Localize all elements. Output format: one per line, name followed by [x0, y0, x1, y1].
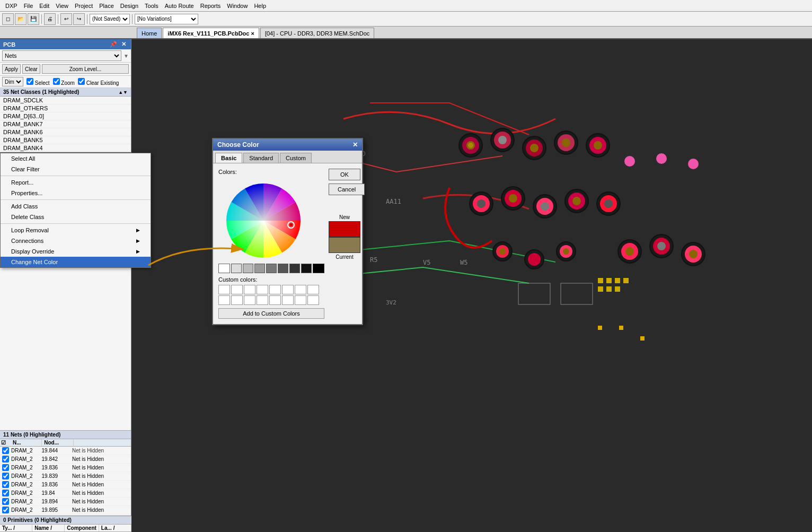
custom-swatch-11[interactable]	[257, 295, 268, 305]
svg-point-73	[289, 223, 293, 226]
ok-btn[interactable]: OK	[329, 169, 360, 180]
custom-swatch-14[interactable]	[295, 295, 306, 305]
custom-swatch-10[interactable]	[244, 295, 255, 305]
color-wheel-svg[interactable]	[218, 177, 308, 262]
black-swatch[interactable]	[313, 264, 324, 273]
custom-swatch-9[interactable]	[231, 295, 243, 305]
gray4-swatch[interactable]	[266, 264, 277, 273]
dialog-tabs: Basic Standard Custom	[213, 151, 362, 163]
grayscale-row	[218, 264, 324, 273]
gray5-swatch[interactable]	[278, 264, 288, 273]
dialog-content: Colors:	[218, 169, 357, 319]
gray2-swatch[interactable]	[243, 264, 253, 273]
colors-label: Colors:	[218, 169, 324, 175]
dialog-body: Colors:	[213, 163, 362, 324]
add-custom-btn[interactable]: Add to Custom Colors	[218, 308, 324, 319]
cancel-btn[interactable]: Cancel	[329, 184, 365, 195]
custom-swatch-7[interactable]	[307, 285, 319, 294]
dialog-tab-standard[interactable]: Standard	[243, 153, 279, 163]
custom-swatch-13[interactable]	[282, 295, 294, 305]
custom-colors-grid	[218, 285, 324, 305]
current-color-box	[329, 237, 360, 253]
custom-swatch-6[interactable]	[295, 285, 306, 294]
custom-swatch-8[interactable]	[218, 295, 230, 305]
choose-color-dialog: Choose Color ✕ Basic Standard Custom Col…	[212, 138, 363, 325]
new-label: New	[329, 214, 360, 220]
dialog-left: Colors:	[218, 169, 324, 319]
custom-swatch-12[interactable]	[269, 295, 281, 305]
gray6-swatch[interactable]	[289, 264, 300, 273]
new-current-section: New Current	[329, 214, 360, 260]
gray3-swatch[interactable]	[254, 264, 265, 273]
new-color-box	[329, 221, 360, 237]
dialog-close-btn[interactable]: ✕	[352, 141, 358, 149]
dialog-title: Choose Color ✕	[213, 139, 362, 151]
custom-swatch-5[interactable]	[282, 285, 294, 294]
color-wheel-wrapper[interactable]	[218, 177, 308, 262]
dialog-title-text: Choose Color	[217, 141, 259, 149]
gray1-swatch[interactable]	[231, 264, 242, 273]
custom-swatch-1[interactable]	[231, 285, 243, 294]
custom-swatch-0[interactable]	[218, 285, 230, 294]
custom-colors-label: Custom colors:	[218, 276, 324, 283]
current-label: Current	[329, 254, 360, 260]
white-swatch[interactable]	[218, 264, 230, 273]
custom-swatch-3[interactable]	[257, 285, 268, 294]
custom-swatch-4[interactable]	[269, 285, 281, 294]
dialog-tab-custom[interactable]: Custom	[280, 153, 312, 163]
custom-swatch-15[interactable]	[307, 295, 319, 305]
custom-swatch-2[interactable]	[244, 285, 255, 294]
dialog-right: OK Cancel New Current	[329, 169, 366, 319]
dialog-tab-basic[interactable]: Basic	[215, 153, 242, 163]
gray7-swatch[interactable]	[301, 264, 312, 273]
dialog-overlay: Choose Color ✕ Basic Standard Custom Col…	[0, 0, 812, 532]
